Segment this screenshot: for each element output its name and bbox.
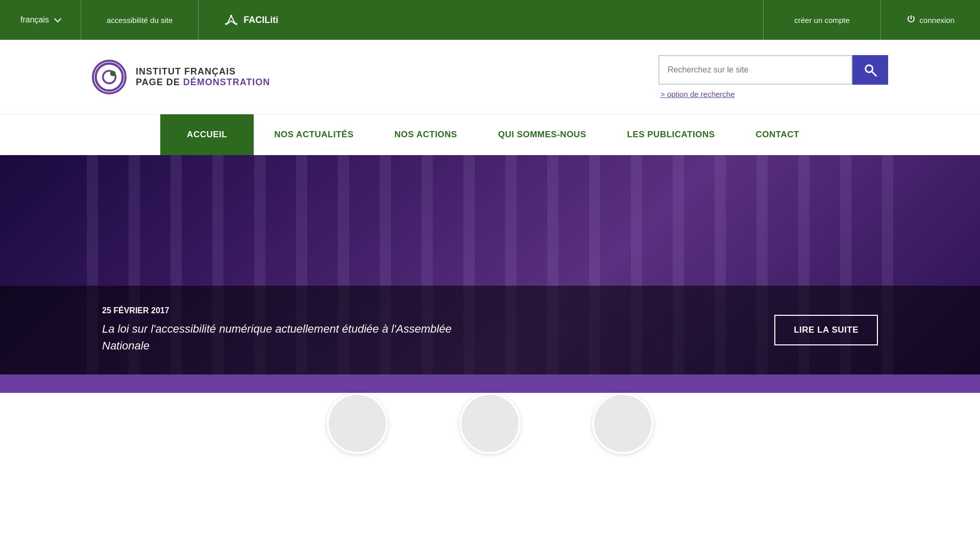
circle-3[interactable] [592,393,653,454]
top-bar: français accessibilité du site FACILiti … [0,0,980,40]
header: INSTITUT FRANÇAIS PAGE DE DÉMONSTRATION … [0,40,980,114]
accessibility-link[interactable]: accessibilité du site [81,0,199,40]
search-icon [863,63,877,77]
svg-line-8 [872,72,876,76]
circle-1[interactable] [327,393,388,454]
logo-subtitle-prefix: PAGE DE [136,77,183,87]
search-row [658,55,888,85]
top-bar-right: créer un compte connexion [763,0,980,40]
svg-point-2 [225,23,227,25]
hero-cta-button[interactable]: LIRE LA SUITE [774,315,878,345]
nav-label-contact: CONTACT [756,130,799,140]
nav-item-contact[interactable]: CONTACT [736,114,820,155]
circle-2[interactable] [459,393,521,454]
search-button[interactable] [852,55,888,85]
nav-label-actions: NOS ACTIONS [395,130,457,140]
connexion-link[interactable]: connexion [880,0,980,40]
power-icon [906,15,916,26]
nav-label-accueil: ACCUEIL [187,130,227,140]
svg-point-6 [110,70,116,76]
svg-marker-0 [227,16,235,24]
nav-item-actualites[interactable]: NOS ACTUALITÉS [254,114,374,155]
create-account-link[interactable]: créer un compte [763,0,880,40]
search-input[interactable] [658,55,852,85]
nav-label-actualites: NOS ACTUALITÉS [274,130,354,140]
logo-text: INSTITUT FRANÇAIS PAGE DE DÉMONSTRATION [136,66,270,88]
nav-label-publications: LES PUBLICATIONS [627,130,715,140]
nav-label-qui: QUI SOMMES-NOUS [498,130,586,140]
lang-selector[interactable]: français [0,0,81,40]
logo-title: INSTITUT FRANÇAIS [136,66,270,77]
circles-section [0,393,980,464]
nav-item-publications[interactable]: LES PUBLICATIONS [607,114,736,155]
faciliti-label: FACILiti [243,15,278,26]
logo-icon [94,60,125,94]
logo-area[interactable]: INSTITUT FRANÇAIS PAGE DE DÉMONSTRATION [92,60,270,94]
logo-subtitle-highlight: DÉMONSTRATION [183,77,271,87]
creer-label: créer un compte [794,16,849,24]
nav-item-actions[interactable]: NOS ACTIONS [374,114,478,155]
search-option-link[interactable]: > option de recherche [660,90,735,98]
search-option-label: > option de recherche [660,90,735,98]
hero-banner: 25 FÉVRIER 2017 La loi sur l'accessibili… [0,155,980,374]
main-nav: ACCUEIL NOS ACTUALITÉS NOS ACTIONS QUI S… [0,114,980,155]
chevron-down-icon [54,15,61,22]
nav-item-qui-sommes-nous[interactable]: QUI SOMMES-NOUS [478,114,607,155]
svg-point-3 [235,23,237,25]
search-area: > option de recherche [658,55,888,98]
hero-title: La loi sur l'accessibilité numérique act… [102,320,459,354]
svg-point-1 [230,15,232,17]
top-bar-left: français accessibilité du site FACILiti [0,0,763,40]
faciliti-crown-icon [224,15,238,25]
lang-label: français [20,15,49,24]
nav-item-accueil[interactable]: ACCUEIL [160,114,254,155]
svg-point-4 [96,63,123,90]
faciliti-link[interactable]: FACILiti [199,0,304,40]
hero-cta-label: LIRE LA SUITE [794,325,859,335]
hero-text: 25 FÉVRIER 2017 La loi sur l'accessibili… [102,306,774,354]
hero-content: 25 FÉVRIER 2017 La loi sur l'accessibili… [0,286,980,374]
hero-date: 25 FÉVRIER 2017 [102,306,774,315]
connexion-label: connexion [920,16,954,24]
logo-circle [92,60,127,94]
accessibility-label: accessibilité du site [107,16,173,24]
logo-subtitle: PAGE DE DÉMONSTRATION [136,77,270,88]
